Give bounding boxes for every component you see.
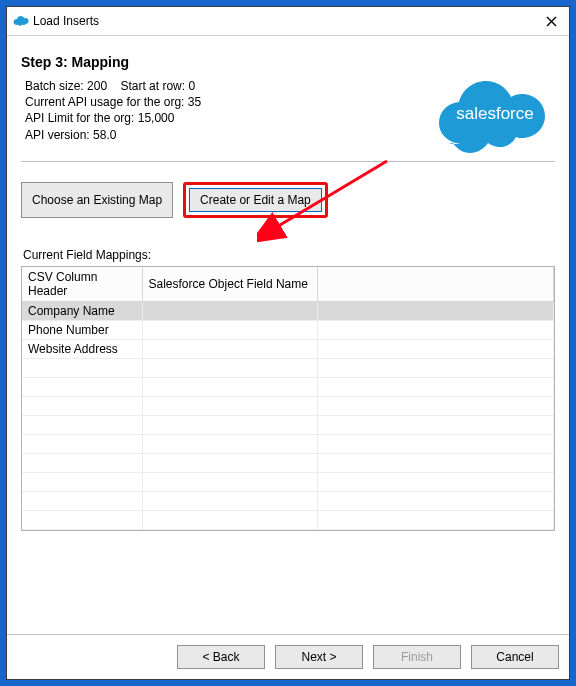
table-row[interactable]: Company Name <box>22 301 554 320</box>
next-button[interactable]: Next > <box>275 645 363 669</box>
mapping-button-row: Choose an Existing Map Create or Edit a … <box>21 182 555 218</box>
spacer <box>21 531 555 626</box>
table-row[interactable] <box>22 434 554 453</box>
close-button[interactable] <box>541 11 561 31</box>
close-icon <box>546 16 557 27</box>
mappings-section-label: Current Field Mappings: <box>23 248 555 262</box>
create-edit-map-button[interactable]: Create or Edit a Map <box>189 188 322 212</box>
mappings-table-wrap: CSV Column Header Salesforce Object Fiel… <box>21 266 555 531</box>
back-button[interactable]: < Back <box>177 645 265 669</box>
titlebar: Load Inserts <box>7 7 569 36</box>
table-row[interactable]: Website Address <box>22 339 554 358</box>
choose-existing-map-button[interactable]: Choose an Existing Map <box>21 182 173 218</box>
dialog-window: Load Inserts Step 3: Mapping Batch size:… <box>6 6 570 680</box>
step-heading: Step 3: Mapping <box>21 54 555 70</box>
table-row[interactable] <box>22 396 554 415</box>
col-csv-header[interactable]: CSV Column Header <box>22 267 142 302</box>
finish-button: Finish <box>373 645 461 669</box>
table-row[interactable] <box>22 491 554 510</box>
table-row[interactable] <box>22 472 554 491</box>
divider <box>21 161 555 162</box>
cell-csv: Company Name <box>22 301 142 320</box>
cell-csv: Website Address <box>22 339 142 358</box>
mappings-table[interactable]: CSV Column Header Salesforce Object Fiel… <box>22 267 554 530</box>
logo-text: salesforce <box>456 104 533 123</box>
table-row[interactable] <box>22 377 554 396</box>
window-title: Load Inserts <box>33 14 541 28</box>
table-row[interactable]: Phone Number <box>22 320 554 339</box>
col-sfield-header[interactable]: Salesforce Object Field Name <box>142 267 317 302</box>
table-row[interactable] <box>22 453 554 472</box>
table-row[interactable] <box>22 510 554 529</box>
cell-sfield <box>142 320 317 339</box>
table-row[interactable] <box>22 415 554 434</box>
cancel-button[interactable]: Cancel <box>471 645 559 669</box>
col-spacer-header <box>317 267 554 302</box>
cell-sfield <box>142 339 317 358</box>
highlight-annotation: Create or Edit a Map <box>183 182 328 218</box>
table-row[interactable] <box>22 358 554 377</box>
salesforce-logo: salesforce <box>435 72 555 159</box>
cell-csv: Phone Number <box>22 320 142 339</box>
cell-sfield <box>142 301 317 320</box>
cloud-icon <box>13 15 29 27</box>
content-area: Step 3: Mapping Batch size: 200 Start at… <box>7 36 569 634</box>
wizard-footer: < Back Next > Finish Cancel <box>7 634 569 679</box>
